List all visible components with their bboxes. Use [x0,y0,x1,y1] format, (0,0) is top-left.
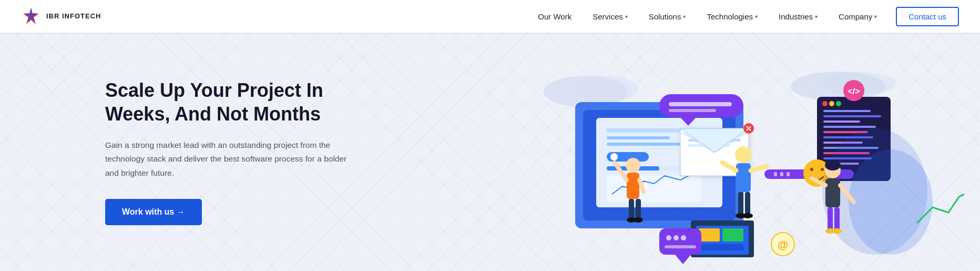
svg-rect-91 [665,245,696,248]
svg-point-64 [735,146,752,163]
nav-item-industries[interactable]: Industries ▾ [770,8,826,25]
svg-point-71 [742,213,753,218]
navbar: IBR INFOTECH Our Work Services ▾ Solutio… [0,0,980,33]
nav-item-company[interactable]: Company ▾ [830,8,885,25]
svg-rect-83 [699,228,720,242]
svg-rect-9 [607,128,691,133]
svg-point-80 [832,228,842,234]
svg-point-88 [666,235,671,240]
svg-rect-48 [774,172,777,176]
nav-item-our-work[interactable]: Our Work [529,8,580,25]
hero-description: Gain a strong market lead with an outsta… [105,138,347,180]
chevron-down-icon: ▾ [815,14,818,19]
svg-point-28 [829,101,834,106]
hero-section: Scale Up Your Project In Weeks, And Not … [0,33,980,271]
svg-point-52 [810,168,813,171]
svg-rect-74 [825,178,840,207]
svg-rect-46 [669,109,716,112]
chevron-down-icon: ▾ [683,14,686,19]
svg-rect-86 [659,228,701,255]
svg-point-13 [610,153,618,160]
svg-rect-49 [780,172,783,176]
svg-point-63 [634,217,643,223]
svg-point-89 [673,235,679,240]
chevron-down-icon: ▾ [874,14,877,19]
nav-item-services[interactable]: Services ▾ [584,8,636,25]
svg-rect-85 [699,244,743,250]
logo[interactable]: IBR INFOTECH [21,6,101,26]
nav-item-technologies[interactable]: Technologies ▾ [698,8,766,25]
nav-item-solutions[interactable]: Solutions ▾ [640,8,695,25]
svg-point-3 [575,76,638,102]
svg-point-53 [821,168,824,171]
svg-point-56 [626,158,640,173]
svg-point-73 [825,160,841,170]
chevron-down-icon: ▾ [755,14,758,19]
hero-content: Scale Up Your Project In Weeks, And Not … [105,78,379,225]
svg-point-29 [836,101,841,106]
svg-point-55 [849,149,933,255]
svg-rect-65 [736,163,751,192]
svg-rect-66 [738,192,743,216]
svg-rect-10 [607,136,670,139]
contact-us-button[interactable]: Contact us [896,7,959,26]
hero-illustration: </> [465,33,980,271]
hero-illustration-svg: </> [481,39,964,265]
svg-point-27 [822,101,828,106]
svg-rect-76 [834,207,840,231]
svg-marker-87 [675,255,691,264]
svg-rect-75 [828,207,833,231]
svg-rect-59 [636,199,641,220]
work-with-us-button[interactable]: Work with us → [105,199,202,225]
svg-rect-57 [627,173,639,199]
svg-rect-32 [823,121,860,123]
svg-text:</>: </> [848,87,860,96]
svg-point-90 [681,235,686,240]
logo-company-name: IBR INFOTECH [46,12,101,21]
logo-icon [21,6,41,26]
svg-rect-33 [823,126,876,128]
svg-rect-11 [607,143,680,146]
svg-rect-45 [669,102,732,106]
nav-links: Our Work Services ▾ Solutions ▾ Technolo… [529,7,959,26]
svg-rect-30 [823,110,871,112]
svg-rect-67 [745,192,750,216]
svg-rect-58 [629,199,634,220]
svg-rect-31 [823,115,881,117]
svg-rect-16 [607,176,701,202]
svg-line-69 [751,166,767,170]
hero-title: Scale Up Your Project In Weeks, And Not … [105,78,379,126]
chevron-down-icon: ▾ [625,14,628,19]
svg-rect-84 [722,228,743,242]
svg-rect-50 [787,172,790,176]
svg-text:@: @ [778,239,788,250]
